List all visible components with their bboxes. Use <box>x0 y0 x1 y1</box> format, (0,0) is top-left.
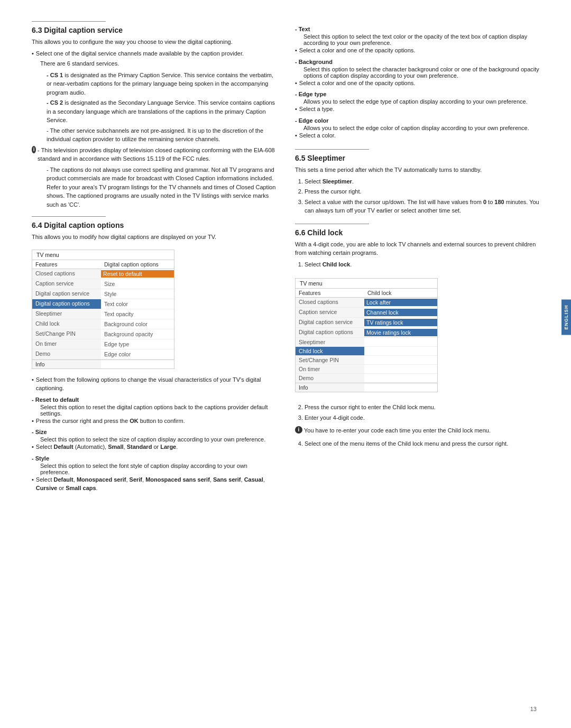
section-66-steps-start: Select Child lock. <box>305 260 539 269</box>
section-66: 6.6 Child lock With a 4-digit code, you … <box>295 224 539 448</box>
opt-edgecolor-heading: - Edge color <box>295 117 539 124</box>
opt-bg-desc: - Background Select this option to selec… <box>295 59 539 88</box>
opt-edgetype-heading: - Edge type <box>295 91 539 97</box>
section-64: 6.4 Digital caption options This allows … <box>32 216 276 493</box>
step-65-1: Select Sleeptimer. <box>305 177 539 186</box>
right-column: - Text Select this option to select the … <box>295 21 539 494</box>
step-66-4: Select one of the menu items of the Chil… <box>305 439 539 448</box>
section-66-steps-end: Press the cursor right to enter the Chil… <box>305 403 539 422</box>
opt-bg-color: Background color <box>104 320 171 328</box>
opt-size-heading: - Size <box>32 429 276 435</box>
section-66-divider <box>295 224 369 224</box>
menu-title: TV menu <box>32 250 174 260</box>
step-66-3: Enter your 4-digit code. <box>305 413 539 422</box>
menu-row-4-left: Digital caption options <box>32 299 101 309</box>
cl-row-2-left: Caption service <box>296 308 364 317</box>
menu-row-7: Set/Change PIN Background opacity <box>32 329 174 339</box>
opt-edge-type: Edge type <box>104 340 171 348</box>
left-column: 6.3 Digital caption service This allows … <box>32 21 276 494</box>
cl-row-6-left: Child lock <box>296 347 364 355</box>
section-63-dash1: - CS 1 is designated as the Primary Capt… <box>47 71 276 97</box>
opt-text-color: Text color <box>104 300 171 308</box>
cl-opt-channel-lock: Channel lock <box>364 309 437 316</box>
menu-row-9: Demo Edge color <box>32 349 174 360</box>
cl-row-3-right: TV ratings lock <box>364 318 437 327</box>
menu-info-row: Info <box>32 360 174 368</box>
cl-row-9-right <box>364 374 437 382</box>
section-66-heading: 6.6 Child lock <box>295 228 539 237</box>
cl-row-1-right: Lock after <box>364 298 437 307</box>
opt-bg-heading: - Background <box>295 59 539 65</box>
cl-row-2: Caption service Channel lock <box>296 308 437 318</box>
menu-row-1: Closed captions Reset to default <box>32 269 174 279</box>
menu-row-5-right: Text opacity <box>101 309 174 319</box>
step-66-1: Select Child lock. <box>305 260 539 269</box>
menu-header-right: Digital caption options <box>101 260 174 269</box>
english-tab: ENGLISH <box>561 299 571 335</box>
cl-row-4-right: Movie ratings lock <box>364 328 437 337</box>
cl-row-3-left: Digital caption service <box>296 318 364 327</box>
cl-menu-header-left: Features <box>296 289 364 297</box>
section-63-info2: - The captions do not always use correct… <box>47 165 276 209</box>
cl-info-right <box>364 383 437 392</box>
section-66-info-note: i You have to re-enter your code each ti… <box>295 426 539 435</box>
opt-style-desc: - Style Select this option to select the… <box>32 455 276 493</box>
section-65-divider <box>295 149 369 150</box>
opt-text-heading: - Text <box>295 26 539 32</box>
cl-row-1: Closed captions Lock after <box>296 298 437 308</box>
menu-row-1-right: Reset to default <box>101 269 174 279</box>
section-66-intro: With a 4-digit code, you are able to loc… <box>295 240 539 257</box>
menu-row-7-left: Set/Change PIN <box>32 329 101 339</box>
cl-info-row: Info <box>296 383 437 392</box>
cl-row-7-right <box>364 356 437 364</box>
cl-row-4-left: Digital caption options <box>296 328 364 337</box>
section-63: 6.3 Digital caption service This allows … <box>32 21 276 209</box>
cl-row-4: Digital caption options Movie ratings lo… <box>296 328 437 338</box>
cl-opt-movie-ratings: Movie ratings lock <box>364 329 437 336</box>
cl-row-5-left: Sleeptimer <box>296 338 364 346</box>
section-64-bullet-intro: Select from the following options to cha… <box>32 375 276 393</box>
menu-row-4: Digital caption options Text color <box>32 299 174 309</box>
menu-row-8: On timer Edge type <box>32 339 174 349</box>
opt-reset-heading: - Reset to default <box>32 397 276 403</box>
cl-row-7: Set/Change PIN <box>296 356 437 365</box>
menu-row-3-right: Style <box>101 289 174 299</box>
section-64-divider <box>32 216 106 217</box>
menu-row-6-left: Child lock <box>32 319 101 329</box>
step-65-3: Select a value with the cursor up/down. … <box>305 198 539 215</box>
cl-row-6: Child lock <box>296 347 437 356</box>
section-63-sub1: There are 6 standard services. - CS 1 is… <box>40 59 276 144</box>
section-63-dash3: - The other service subchannels are not … <box>47 126 276 144</box>
opt-size: Size <box>104 280 171 288</box>
menu-row-4-right: Text color <box>101 299 174 309</box>
menu-row-2-left: Caption service <box>32 279 101 289</box>
opt-style-heading: - Style <box>32 455 276 462</box>
opt-edgetype-desc: - Edge type Allows you to select the edg… <box>295 91 539 114</box>
page-number: 13 <box>530 706 537 712</box>
section-63-divider <box>32 21 106 22</box>
opt-reset-default-desc: - Reset to default Select this option to… <box>32 397 276 426</box>
cl-row-9: Demo <box>296 374 437 383</box>
menu-info-right <box>101 360 174 368</box>
section-63-info1: i - This television provides display of … <box>32 146 276 163</box>
menu-row-8-right: Edge type <box>101 339 174 349</box>
menu-row-6: Child lock Background color <box>32 319 174 329</box>
step-65-2: Press the cursor right. <box>305 187 539 196</box>
page: ENGLISH 6.3 Digital caption service This… <box>0 0 571 728</box>
cl-menu-title: TV menu <box>296 279 437 289</box>
section-64-intro: This allows you to modify how digital ca… <box>32 233 276 242</box>
cl-opt-lock-after: Lock after <box>364 299 437 306</box>
cl-row-6-right <box>364 347 437 355</box>
opt-edgecolor-desc: - Edge color Allows you to select the ed… <box>295 117 539 140</box>
cl-row-8-right <box>364 365 437 373</box>
cl-row-3: Digital caption service TV ratings lock <box>296 318 437 328</box>
section-63-dash2: - CS 2 is designated as the Secondary La… <box>47 98 276 125</box>
menu-row-3-left: Digital caption service <box>32 289 101 299</box>
menu-row-6-right: Background color <box>101 319 174 329</box>
menu-row-2-right: Size <box>101 279 174 289</box>
menu-row-9-left: Demo <box>32 349 101 359</box>
cl-row-8-left: On timer <box>296 365 364 373</box>
section-63-bullet1: Select one of the digital service channe… <box>32 49 276 58</box>
menu-row-9-right: Edge color <box>101 349 174 359</box>
section-65-intro: This sets a time period after which the … <box>295 165 539 174</box>
